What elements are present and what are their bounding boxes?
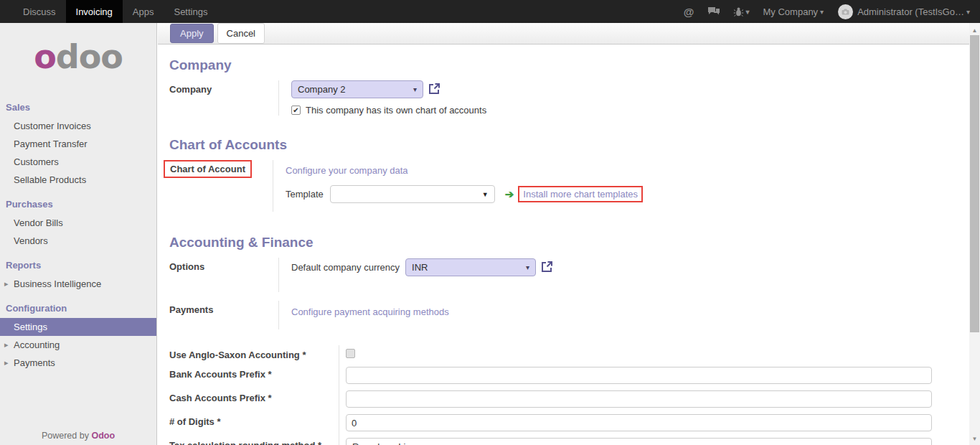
avatar <box>838 4 853 19</box>
digits-label: # of Digits * <box>169 412 339 436</box>
sidebar-section-reports: Reports <box>0 250 156 275</box>
template-label: Template <box>286 189 324 200</box>
options-label: Options <box>169 258 278 292</box>
navbar-right: @ ▾ My Company ▾ Administrator (TestIsGo… <box>677 0 980 23</box>
chat-icon[interactable] <box>701 6 727 17</box>
section-title-chart-of-accounts: Chart of Accounts <box>169 137 969 153</box>
sidebar-item-customers[interactable]: Customers <box>0 153 156 171</box>
sidebar-item-payments[interactable]: ▸ Payments <box>0 354 156 372</box>
company-select[interactable]: Company 2 ▾ <box>291 80 423 98</box>
template-row: Template ▼ ➔ Install more chart template… <box>286 185 969 203</box>
chart-of-accounts-row: Chart of Account Configure your company … <box>169 160 969 212</box>
template-select[interactable]: ▼ <box>330 185 495 203</box>
currency-select[interactable]: INR ▾ <box>405 258 536 276</box>
sidebar-item-sellable-products[interactable]: Sellable Products <box>0 171 156 189</box>
sidebar-item-business-intelligence[interactable]: ▸ Business Intelligence <box>0 275 156 293</box>
company-field-label: Company <box>169 80 278 116</box>
odoo-logo: odoo <box>0 40 156 73</box>
install-templates-annotation: Install more chart templates <box>518 186 643 202</box>
options-row: Options Default company currency INR ▾ <box>169 258 969 292</box>
tax-rounding-label: Tax calculation rounding method * <box>169 436 339 445</box>
sidebar-item-customer-invoices[interactable]: Customer Invoices <box>0 117 156 135</box>
sidebar-item-label: Accounting <box>14 339 60 350</box>
green-arrow-icon: ➔ <box>505 188 514 201</box>
digits-row: # of Digits * <box>169 412 932 436</box>
configure-company-data-link[interactable]: Configure your company data <box>286 165 408 176</box>
sidebar-section-purchases: Purchases <box>0 189 156 214</box>
chevron-down-icon: ▾ <box>820 8 824 16</box>
cancel-button[interactable]: Cancel <box>217 23 265 44</box>
scrollbar-thumb[interactable] <box>970 35 979 332</box>
required-fields-block: Use Anglo-Saxon Accounting * Bank Accoun… <box>169 345 969 445</box>
own-chart-checkbox-label: This company has its own chart of accoun… <box>306 105 486 116</box>
cash-prefix-input[interactable] <box>346 390 932 408</box>
bank-prefix-input[interactable] <box>346 367 932 384</box>
external-link-icon[interactable] <box>541 261 553 275</box>
apply-button[interactable]: Apply <box>170 24 214 43</box>
tax-rounding-select[interactable]: Round per Line ▼ <box>346 438 932 445</box>
chart-of-account-group-label: Chart of Account <box>170 164 245 174</box>
bank-prefix-row: Bank Accounts Prefix * <box>169 365 932 388</box>
own-chart-checkbox-row: ✔ This company has its own chart of acco… <box>291 105 969 116</box>
settings-form: Company Company Company 2 ▾ ✔ This compa… <box>158 44 969 445</box>
scroll-down-icon[interactable]: ▼ <box>969 436 980 442</box>
cash-prefix-row: Cash Accounts Prefix * <box>169 388 932 412</box>
own-chart-checkbox[interactable]: ✔ <box>291 106 301 115</box>
cash-prefix-label: Cash Accounts Prefix * <box>169 388 339 412</box>
nav-item-invoicing[interactable]: Invoicing <box>66 0 123 23</box>
powered-by: Powered by Odoo <box>0 431 156 441</box>
chevron-right-icon: ▸ <box>4 278 9 289</box>
user-menu-label: Administrator (TestIsGo… <box>857 6 964 17</box>
at-icon[interactable]: @ <box>677 6 701 18</box>
payments-row: Payments Configure payment acquiring met… <box>169 301 969 329</box>
sidebar-section-sales: Sales <box>0 92 156 117</box>
install-chart-templates-link[interactable]: Install more chart templates <box>523 189 638 200</box>
sidebar-section-configuration: Configuration <box>0 293 156 318</box>
chevron-down-icon: ▾ <box>746 8 750 16</box>
external-link-icon[interactable] <box>428 83 440 97</box>
tax-rounding-row: Tax calculation rounding method * Round … <box>169 436 932 445</box>
vertical-scrollbar[interactable]: ▲ ▼ <box>969 23 980 445</box>
odoo-logo-first-letter: o <box>34 37 56 76</box>
company-switcher-label: My Company <box>763 6 819 17</box>
company-row: Company Company 2 ▾ ✔ This company has i… <box>169 80 969 116</box>
chevron-right-icon: ▸ <box>4 339 9 350</box>
user-menu[interactable]: Administrator (TestIsGo… ▾ <box>831 4 970 19</box>
sidebar-item-label: Payments <box>14 357 55 368</box>
sidebar-item-vendors[interactable]: Vendors <box>0 232 156 250</box>
section-title-accounting-finance: Accounting & Finance <box>169 235 969 250</box>
currency-label: Default company currency <box>291 262 400 273</box>
anglo-saxon-row: Use Anglo-Saxon Accounting * <box>169 345 932 365</box>
chevron-right-icon: ▸ <box>4 357 9 368</box>
payments-label: Payments <box>169 301 278 329</box>
sidebar-item-payment-transfer[interactable]: Payment Transfer <box>0 135 156 153</box>
section-title-company: Company <box>169 57 969 73</box>
main-content: Apply Cancel Company Company Company 2 ▾… <box>158 23 969 445</box>
chart-of-account-annotation: Chart of Account <box>164 160 252 178</box>
sidebar-item-settings[interactable]: Settings <box>0 318 156 336</box>
top-navbar: Discuss Invoicing Apps Settings @ ▾ My C… <box>0 0 980 23</box>
company-switcher[interactable]: My Company ▾ <box>756 6 831 17</box>
sidebar-item-vendor-bills[interactable]: Vendor Bills <box>0 214 156 232</box>
app-menu: Discuss Invoicing Apps Settings <box>0 0 217 23</box>
sidebar-item-accounting[interactable]: ▸ Accounting <box>0 336 156 354</box>
nav-item-discuss[interactable]: Discuss <box>13 0 66 23</box>
configure-payment-methods-link[interactable]: Configure payment acquiring methods <box>291 306 449 317</box>
anglo-saxon-label: Use Anglo-Saxon Accounting * <box>169 345 339 365</box>
anglo-saxon-checkbox[interactable] <box>346 349 355 358</box>
scroll-up-icon[interactable]: ▲ <box>969 27 980 34</box>
chevron-down-icon: ▾ <box>966 8 970 16</box>
company-select-value: Company 2 <box>298 84 345 95</box>
bug-icon[interactable]: ▾ <box>727 6 756 17</box>
currency-select-value: INR <box>412 262 428 273</box>
digits-input[interactable] <box>346 414 932 431</box>
company-field: Company 2 ▾ ✔ This company has its own c… <box>278 80 969 116</box>
nav-item-settings[interactable]: Settings <box>164 0 217 23</box>
chevron-down-icon: ▾ <box>413 85 417 93</box>
form-status-bar: Apply Cancel <box>158 23 969 44</box>
chart-of-accounts-fields: Configure your company data Template ▼ ➔… <box>273 160 969 212</box>
chevron-down-icon: ▾ <box>526 263 529 271</box>
powered-by-brand[interactable]: Odoo <box>91 431 115 441</box>
sidebar: odoo Sales Customer Invoices Payment Tra… <box>0 23 157 445</box>
nav-item-apps[interactable]: Apps <box>123 0 164 23</box>
